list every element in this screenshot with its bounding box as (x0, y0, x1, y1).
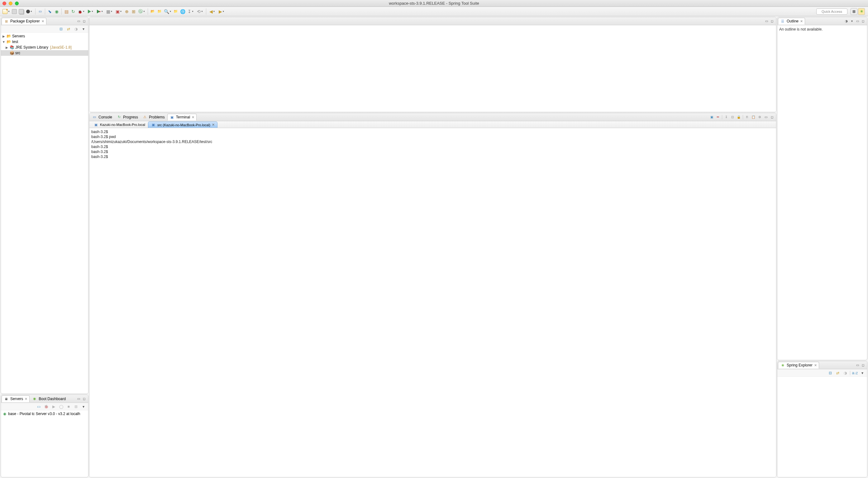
minimize-view-button[interactable]: ▭ (764, 19, 769, 23)
minimize-view-button[interactable]: ▭ (855, 19, 860, 23)
tree-item-servers[interactable]: ▶ Servers (1, 33, 88, 39)
zoom-window-button[interactable] (15, 2, 19, 5)
close-icon[interactable]: ✕ (192, 115, 194, 119)
open-console-button[interactable] (37, 8, 43, 14)
copy-button[interactable]: ⎘ (745, 115, 749, 119)
start-debug-button[interactable]: 🐞 (43, 404, 49, 410)
minimize-view-button[interactable]: ▭ (76, 397, 81, 401)
terminal-session-tab-2[interactable]: src (Kazuki-no-MacBook-Pro.local) ✕ (148, 122, 217, 128)
open-task-button[interactable] (173, 8, 179, 14)
outline-tab[interactable]: Outline ✕ (778, 18, 805, 25)
scroll-lock-button[interactable]: ↧ (724, 115, 728, 119)
clear-terminal-button[interactable]: ⊡ (730, 115, 735, 119)
new-server-button[interactable]: ▭ (36, 404, 41, 410)
open-terminal-button[interactable]: ▣ (709, 115, 714, 119)
back-button[interactable]: ◀▼ (208, 8, 217, 14)
editor-body[interactable] (89, 25, 776, 112)
view-menu-button[interactable]: ▾ (81, 26, 86, 32)
save-button[interactable] (11, 8, 18, 14)
close-icon[interactable]: ✕ (25, 397, 27, 401)
progress-tab[interactable]: Progress (115, 114, 140, 121)
view-menu-button[interactable]: ▾ (860, 370, 865, 376)
collapse-all-button[interactable]: ⊟ (58, 26, 64, 32)
maximize-view-button[interactable]: ◻ (770, 115, 774, 119)
spring-perspective-button[interactable] (858, 8, 865, 15)
forward-button[interactable]: ▶▼ (217, 8, 226, 14)
save-all-button[interactable] (18, 8, 24, 14)
search-button[interactable]: 🔍▼ (163, 8, 172, 14)
close-icon[interactable]: ✕ (41, 19, 44, 23)
open-project-button[interactable] (150, 8, 156, 14)
focus-button[interactable]: ◑ (844, 19, 848, 23)
servers-tab[interactable]: Servers ✕ (2, 395, 30, 402)
pin-button[interactable]: ↧▼ (186, 8, 195, 14)
tree-item-test[interactable]: ▼ test (1, 39, 88, 44)
view-menu-button[interactable]: ▾ (849, 19, 854, 23)
terminal-session-tab-1[interactable]: Kazuki-no-MacBook-Pro.local (91, 122, 148, 128)
center-column: ▭ ◻ Console Progress (89, 17, 776, 477)
terminal-output[interactable]: bash-3.2$ bash-3.2$ pwd /Users/shimizuka… (89, 128, 776, 477)
stop-server-button[interactable]: ■ (66, 404, 71, 410)
console-tab[interactable]: Console (90, 114, 114, 121)
disconnect-button[interactable]: ⚮ (716, 115, 720, 119)
link-editor-button[interactable]: ⇄ (66, 26, 71, 32)
tree-item-jre[interactable]: ▶ JRE System Library [JavaSE-1.8] (1, 44, 88, 50)
spring-explorer-tab[interactable]: Spring Explorer ✕ (778, 362, 819, 369)
filter-button[interactable]: ◑ (842, 370, 848, 376)
run-last-button[interactable]: ●▼ (96, 8, 104, 14)
start-server-button[interactable]: ▶ (51, 404, 56, 410)
minimize-view-button[interactable]: ▭ (855, 363, 860, 367)
relaunch-button[interactable]: ◉ (54, 8, 60, 14)
close-window-button[interactable] (2, 2, 6, 5)
refresh-button[interactable]: ↻ (70, 8, 76, 14)
open-type-button[interactable]: Ⓖ▼ (137, 8, 146, 14)
maximize-view-button[interactable]: ◻ (861, 363, 865, 367)
tc-server-icon (2, 412, 7, 416)
external-tools-button[interactable]: ▣▼ (114, 8, 123, 14)
maximize-view-button[interactable]: ◻ (861, 19, 865, 23)
view-menu-button[interactable]: ▾ (81, 404, 86, 410)
sort-button[interactable]: a↓z (852, 370, 858, 376)
sync-button[interactable]: ⟲▼ (196, 8, 205, 14)
maximize-view-button[interactable]: ◻ (770, 19, 774, 23)
run-button[interactable]: ▼ (86, 8, 95, 14)
package-explorer-tab[interactable]: Package Explorer ✕ (2, 18, 46, 25)
coverage-button[interactable]: ▦▼ (105, 8, 114, 14)
settings-button[interactable]: ⚙ (757, 115, 762, 119)
problems-tab[interactable]: Problems (141, 114, 167, 121)
open-perspective-button[interactable]: ⊞ (850, 8, 858, 15)
publish-button[interactable]: ⊞ (73, 404, 79, 410)
server-entry[interactable]: base - Pivotal tc Server v3.0 - v3.2 at … (1, 411, 88, 417)
new-button[interactable]: ▼ (2, 8, 10, 14)
maximize-view-button[interactable]: ◻ (82, 397, 86, 401)
web-browser-button[interactable]: 🌐 (180, 8, 186, 14)
quick-access-input[interactable]: Quick Access (816, 8, 847, 14)
close-icon[interactable]: ✕ (814, 363, 817, 367)
minimize-view-button[interactable]: ▭ (764, 115, 768, 119)
toggle-command-button[interactable]: 🔒 (737, 115, 741, 119)
link-editor-button[interactable]: ⇄ (835, 370, 841, 376)
close-icon[interactable]: ✕ (212, 123, 215, 127)
minimize-window-button[interactable] (9, 2, 12, 5)
skip-breakpoints-button[interactable]: ⬊ (47, 8, 53, 14)
debug-button[interactable]: ▼ (77, 8, 86, 14)
window-title: workspace-sts-3.9.1.RELEASE - Spring Too… (0, 1, 868, 6)
boot-dashboard-tab[interactable]: Boot Dashboard (30, 395, 68, 402)
new-package-button[interactable]: ⊞ (130, 8, 137, 14)
terminal-tab[interactable]: Terminal ✕ (167, 114, 196, 121)
new-java-class-button[interactable]: ⊕ (124, 8, 130, 14)
open-resource-button[interactable] (156, 8, 163, 14)
collapse-all-button[interactable]: ⊟ (828, 370, 833, 376)
tasks-button[interactable]: ▤ (63, 8, 69, 14)
focus-task-button[interactable]: ◑ (73, 26, 79, 32)
profile-server-button[interactable]: ◯ (58, 404, 64, 410)
close-icon[interactable]: ✕ (800, 19, 803, 23)
switch-profile-button[interactable]: ▼ (25, 8, 34, 14)
boot-icon (32, 396, 37, 401)
maximize-view-button[interactable]: ◻ (82, 19, 86, 23)
spring-explorer-body[interactable] (777, 377, 867, 477)
paste-button[interactable]: 📋 (751, 115, 755, 119)
minimize-view-button[interactable]: ▭ (76, 19, 81, 23)
servers-toolbar: ▭ 🐞 ▶ ◯ ■ ⊞ ▾ (1, 403, 88, 410)
tree-item-src[interactable]: src (1, 50, 88, 56)
